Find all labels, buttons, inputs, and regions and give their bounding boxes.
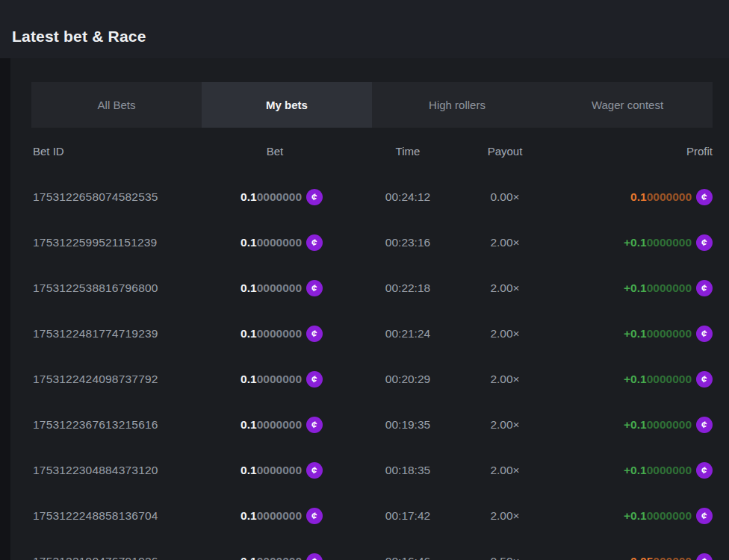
bet-time-value: 00:24:12: [385, 190, 430, 204]
bet-id-value: 1753122367613215616: [33, 418, 158, 432]
cent-symbol: ¢: [311, 328, 318, 338]
bet-amount-zeros: 0000000: [257, 190, 302, 203]
profit-amount-main: +0.1: [624, 464, 647, 476]
bet-amount-zeros: 0000000: [257, 373, 302, 385]
table-row[interactable]: 1753122658074582535 0.10000000¢ 00:24:12…: [31, 174, 713, 220]
cent-symbol: ¢: [311, 510, 318, 520]
bet-payout-value: 2.00×: [490, 327, 519, 340]
profit-amount-main: 0.05: [630, 555, 653, 560]
cent-coin-icon: ¢: [306, 280, 323, 296]
table-row[interactable]: 1753122481774719239 0.10000000¢ 00:21:24…: [31, 311, 713, 356]
bet-amount: 0.10000000¢: [241, 417, 323, 433]
profit-amount-zeros: 0000000: [647, 190, 692, 203]
table-row[interactable]: 1753122424098737792 0.10000000¢ 00:20:29…: [31, 356, 713, 402]
bet-profit: +0.10000000¢: [624, 417, 713, 433]
cent-coin-icon: ¢: [696, 371, 713, 388]
cent-coin-icon: ¢: [306, 189, 323, 205]
tab-high-rollers[interactable]: High rollers: [372, 82, 542, 128]
tab-all-bets[interactable]: All Bets: [31, 82, 202, 128]
profit-amount-main: +0.1: [624, 327, 647, 340]
bet-amount-zeros: 0000000: [257, 555, 302, 560]
bet-payout-value: 2.00×: [490, 281, 519, 295]
bet-payout-value: 0.50×: [490, 555, 519, 560]
bet-amount-zeros: 0000000: [257, 509, 302, 522]
bet-time-value: 00:17:42: [385, 509, 430, 523]
bet-profit: +0.10000000¢: [624, 326, 713, 342]
profit-amount-zeros: 0000000: [647, 418, 692, 431]
bet-time-value: 00:22:18: [385, 281, 430, 295]
table-row[interactable]: 1753122304884373120 0.10000000¢ 00:18:35…: [31, 447, 713, 493]
bet-time-value: 00:18:35: [385, 464, 430, 477]
bet-amount-main: 0.1: [241, 327, 257, 340]
column-header-profit: Profit: [686, 145, 713, 158]
bet-amount: 0.10000000¢: [241, 280, 323, 296]
cent-symbol: ¢: [701, 282, 708, 293]
bet-amount-zeros: 0000000: [257, 281, 302, 294]
profit-amount-main: +0.1: [624, 236, 647, 249]
cent-symbol: ¢: [701, 464, 708, 475]
profit-amount-zeros: 0000000: [647, 509, 692, 522]
cent-symbol: ¢: [701, 419, 708, 429]
bet-id-value: 1753122481774719239: [33, 327, 158, 340]
cent-symbol: ¢: [311, 419, 318, 429]
cent-symbol: ¢: [701, 510, 708, 520]
table-row[interactable]: 1753122248858136704 0.10000000¢ 00:17:42…: [31, 493, 713, 538]
bet-time-value: 00:23:16: [385, 236, 430, 249]
cent-coin-icon: ¢: [696, 234, 713, 251]
cent-coin-icon: ¢: [696, 462, 713, 479]
bet-time-value: 00:21:24: [385, 327, 430, 340]
profit-amount-zeros: 0000000: [647, 327, 692, 340]
bet-amount-main: 0.1: [241, 418, 257, 431]
bets-tab-bar: All Bets My bets High rollers Wager cont…: [31, 82, 713, 128]
cent-coin-icon: ¢: [306, 417, 323, 433]
tab-my-bets[interactable]: My bets: [202, 82, 372, 128]
bet-profit: +0.10000000¢: [624, 234, 713, 251]
profit-amount-main: +0.1: [624, 373, 647, 385]
cent-coin-icon: ¢: [696, 553, 713, 560]
cent-symbol: ¢: [311, 373, 318, 384]
cent-symbol: ¢: [311, 556, 318, 560]
table-row[interactable]: 1753122538816796800 0.10000000¢ 00:22:18…: [31, 265, 713, 311]
bet-profit: 0.05000000¢: [630, 553, 713, 560]
profit-amount-main: 0.1: [630, 190, 647, 203]
bet-id-value: 1753122658074582535: [33, 190, 158, 204]
bet-amount-zeros: 0000000: [257, 236, 302, 249]
latest-bets-panel: All Bets My bets High rollers Wager cont…: [10, 58, 729, 560]
bet-profit: +0.10000000¢: [624, 280, 713, 296]
cent-symbol: ¢: [701, 191, 708, 202]
bet-amount: 0.10000000¢: [241, 553, 323, 560]
cent-coin-icon: ¢: [306, 462, 323, 479]
cent-coin-icon: ¢: [696, 189, 713, 205]
bet-amount: 0.10000000¢: [241, 508, 323, 524]
bet-id-value: 1753122599521151239: [33, 236, 157, 249]
tab-wager-contest[interactable]: Wager contest: [542, 82, 713, 128]
column-header-bet-id: Bet ID: [33, 145, 64, 158]
bet-amount: 0.10000000¢: [241, 189, 323, 205]
bet-amount: 0.10000000¢: [241, 371, 323, 388]
table-row[interactable]: 1753122367613215616 0.10000000¢ 00:19:35…: [31, 402, 713, 447]
bet-amount: 0.10000000¢: [241, 326, 323, 342]
bet-id-value: 1753122424098737792: [33, 373, 158, 386]
profit-amount-main: +0.1: [624, 509, 647, 522]
cent-symbol: ¢: [701, 237, 708, 247]
table-row[interactable]: 1753122599521151239 0.10000000¢ 00:23:16…: [31, 220, 713, 265]
bet-amount-main: 0.1: [241, 464, 257, 476]
bet-amount-main: 0.1: [241, 281, 257, 294]
bet-amount-main: 0.1: [241, 373, 257, 385]
table-row[interactable]: 1753122190476791926 0.10000000¢ 00:16:46…: [31, 538, 713, 560]
cent-coin-icon: ¢: [306, 234, 323, 251]
bet-time-value: 00:20:29: [385, 373, 430, 386]
cent-symbol: ¢: [311, 237, 318, 247]
bets-table-body: 1753122658074582535 0.10000000¢ 00:24:12…: [31, 174, 713, 560]
bet-amount-zeros: 0000000: [257, 418, 302, 431]
bet-id-value: 1753122248858136704: [33, 509, 158, 523]
cent-coin-icon: ¢: [696, 508, 713, 524]
bet-payout-value: 2.00×: [490, 373, 519, 386]
bet-amount-main: 0.1: [241, 555, 257, 560]
column-header-payout: Payout: [488, 145, 523, 158]
bet-profit: +0.10000000¢: [624, 371, 713, 388]
bet-profit: 0.10000000¢: [630, 189, 713, 205]
profit-amount-main: +0.1: [624, 418, 647, 431]
cent-coin-icon: ¢: [306, 508, 323, 524]
bet-amount: 0.10000000¢: [241, 234, 323, 251]
